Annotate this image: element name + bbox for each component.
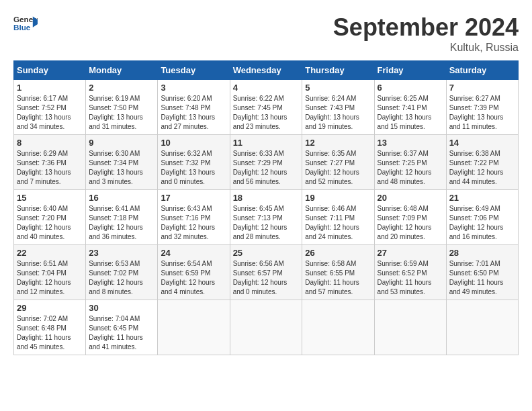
day-info: Sunrise: 6:19 AMSunset: 7:50 PMDaylight:… (89, 94, 154, 132)
calendar-cell: 23Sunrise: 6:53 AMSunset: 7:02 PMDayligh… (86, 245, 158, 300)
location-title: Kultuk, Russia (333, 42, 519, 54)
day-number: 5 (305, 83, 371, 93)
day-info: Sunrise: 6:41 AMSunset: 7:18 PMDaylight:… (89, 204, 154, 242)
calendar-cell: 26Sunrise: 6:58 AMSunset: 6:55 PMDayligh… (302, 245, 374, 300)
calendar-cell: 30Sunrise: 7:04 AMSunset: 6:45 PMDayligh… (86, 300, 158, 355)
day-info: Sunrise: 6:56 AMSunset: 6:57 PMDaylight:… (233, 259, 300, 297)
day-info: Sunrise: 6:29 AMSunset: 7:36 PMDaylight:… (17, 149, 83, 187)
day-info: Sunrise: 6:20 AMSunset: 7:48 PMDaylight:… (161, 94, 226, 132)
day-number: 26 (305, 248, 371, 258)
calendar-cell (230, 300, 302, 355)
day-number: 29 (17, 303, 83, 313)
day-number: 19 (305, 193, 371, 203)
calendar-cell: 22Sunrise: 6:51 AMSunset: 7:04 PMDayligh… (14, 245, 86, 300)
day-info: Sunrise: 7:04 AMSunset: 6:45 PMDaylight:… (89, 314, 154, 352)
day-number: 12 (305, 138, 371, 148)
calendar-cell (302, 300, 374, 355)
day-number: 21 (449, 193, 515, 203)
header-saturday: Saturday (446, 61, 518, 80)
calendar-cell: 14Sunrise: 6:38 AMSunset: 7:22 PMDayligh… (446, 135, 518, 190)
day-number: 22 (17, 248, 83, 258)
day-info: Sunrise: 6:33 AMSunset: 7:29 PMDaylight:… (233, 149, 300, 187)
day-number: 17 (161, 193, 226, 203)
day-info: Sunrise: 6:30 AMSunset: 7:34 PMDaylight:… (89, 149, 154, 187)
day-info: Sunrise: 6:27 AMSunset: 7:39 PMDaylight:… (449, 94, 515, 132)
calendar-cell: 4Sunrise: 6:22 AMSunset: 7:45 PMDaylight… (230, 80, 302, 135)
header-tuesday: Tuesday (158, 61, 230, 80)
calendar-cell: 3Sunrise: 6:20 AMSunset: 7:48 PMDaylight… (158, 80, 230, 135)
calendar-cell: 21Sunrise: 6:49 AMSunset: 7:06 PMDayligh… (446, 190, 518, 245)
day-info: Sunrise: 6:46 AMSunset: 7:11 PMDaylight:… (305, 204, 371, 242)
calendar-body: 1Sunrise: 6:17 AMSunset: 7:52 PMDaylight… (14, 80, 519, 355)
calendar-week-2: 8Sunrise: 6:29 AMSunset: 7:36 PMDaylight… (14, 135, 519, 190)
day-number: 25 (233, 248, 300, 258)
calendar-cell (158, 300, 230, 355)
calendar-cell: 19Sunrise: 6:46 AMSunset: 7:11 PMDayligh… (302, 190, 374, 245)
calendar-header: Sunday Monday Tuesday Wednesday Thursday… (14, 61, 519, 80)
calendar-cell: 28Sunrise: 7:01 AMSunset: 6:50 PMDayligh… (446, 245, 518, 300)
day-info: Sunrise: 6:24 AMSunset: 7:43 PMDaylight:… (305, 94, 371, 132)
day-info: Sunrise: 6:45 AMSunset: 7:13 PMDaylight:… (233, 204, 300, 242)
header-row: Sunday Monday Tuesday Wednesday Thursday… (14, 61, 519, 80)
day-info: Sunrise: 6:54 AMSunset: 6:59 PMDaylight:… (161, 259, 226, 297)
day-info: Sunrise: 6:35 AMSunset: 7:27 PMDaylight:… (305, 149, 371, 187)
header-monday: Monday (86, 61, 158, 80)
day-number: 4 (233, 83, 300, 93)
day-info: Sunrise: 6:40 AMSunset: 7:20 PMDaylight:… (17, 204, 83, 242)
day-number: 30 (89, 303, 154, 313)
calendar-cell: 15Sunrise: 6:40 AMSunset: 7:20 PMDayligh… (14, 190, 86, 245)
calendar-week-1: 1Sunrise: 6:17 AMSunset: 7:52 PMDaylight… (14, 80, 519, 135)
calendar-cell: 9Sunrise: 6:30 AMSunset: 7:34 PMDaylight… (86, 135, 158, 190)
header-friday: Friday (374, 61, 446, 80)
day-info: Sunrise: 6:38 AMSunset: 7:22 PMDaylight:… (449, 149, 515, 187)
calendar-cell: 7Sunrise: 6:27 AMSunset: 7:39 PMDaylight… (446, 80, 518, 135)
day-info: Sunrise: 6:17 AMSunset: 7:52 PMDaylight:… (17, 94, 83, 132)
day-number: 9 (89, 138, 154, 148)
day-number: 8 (17, 138, 83, 148)
calendar-cell: 2Sunrise: 6:19 AMSunset: 7:50 PMDaylight… (86, 80, 158, 135)
calendar-cell (446, 300, 518, 355)
day-info: Sunrise: 6:48 AMSunset: 7:09 PMDaylight:… (378, 204, 443, 242)
day-info: Sunrise: 6:37 AMSunset: 7:25 PMDaylight:… (378, 149, 443, 187)
day-number: 24 (161, 248, 226, 258)
calendar-cell: 8Sunrise: 6:29 AMSunset: 7:36 PMDaylight… (14, 135, 86, 190)
calendar-week-4: 22Sunrise: 6:51 AMSunset: 7:04 PMDayligh… (14, 245, 519, 300)
calendar-cell: 18Sunrise: 6:45 AMSunset: 7:13 PMDayligh… (230, 190, 302, 245)
header-sunday: Sunday (14, 61, 86, 80)
calendar-cell: 17Sunrise: 6:43 AMSunset: 7:16 PMDayligh… (158, 190, 230, 245)
day-info: Sunrise: 6:51 AMSunset: 7:04 PMDaylight:… (17, 259, 83, 297)
calendar-cell: 16Sunrise: 6:41 AMSunset: 7:18 PMDayligh… (86, 190, 158, 245)
calendar-cell: 24Sunrise: 6:54 AMSunset: 6:59 PMDayligh… (158, 245, 230, 300)
calendar-cell (374, 300, 446, 355)
day-number: 1 (17, 83, 83, 93)
day-number: 11 (233, 138, 300, 148)
calendar-cell: 20Sunrise: 6:48 AMSunset: 7:09 PMDayligh… (374, 190, 446, 245)
logo-icon: General Blue (13, 13, 38, 32)
calendar-cell: 1Sunrise: 6:17 AMSunset: 7:52 PMDaylight… (14, 80, 86, 135)
day-info: Sunrise: 6:25 AMSunset: 7:41 PMDaylight:… (378, 94, 443, 132)
page-header: General Blue September 2024 Kultuk, Russ… (13, 13, 519, 54)
day-info: Sunrise: 6:53 AMSunset: 7:02 PMDaylight:… (89, 259, 154, 297)
calendar-cell: 13Sunrise: 6:37 AMSunset: 7:25 PMDayligh… (374, 135, 446, 190)
day-info: Sunrise: 7:01 AMSunset: 6:50 PMDaylight:… (449, 259, 515, 297)
header-thursday: Thursday (302, 61, 374, 80)
calendar-cell: 6Sunrise: 6:25 AMSunset: 7:41 PMDaylight… (374, 80, 446, 135)
calendar-cell: 25Sunrise: 6:56 AMSunset: 6:57 PMDayligh… (230, 245, 302, 300)
day-number: 13 (378, 138, 443, 148)
day-number: 10 (161, 138, 226, 148)
day-number: 28 (449, 248, 515, 258)
day-number: 20 (378, 193, 443, 203)
title-area: September 2024 Kultuk, Russia (333, 13, 519, 54)
day-number: 15 (17, 193, 83, 203)
calendar-cell: 12Sunrise: 6:35 AMSunset: 7:27 PMDayligh… (302, 135, 374, 190)
day-info: Sunrise: 6:59 AMSunset: 6:52 PMDaylight:… (378, 259, 443, 297)
calendar-cell: 29Sunrise: 7:02 AMSunset: 6:48 PMDayligh… (14, 300, 86, 355)
day-info: Sunrise: 6:32 AMSunset: 7:32 PMDaylight:… (161, 149, 226, 187)
svg-text:Blue: Blue (13, 23, 31, 32)
day-number: 6 (378, 83, 443, 93)
month-title: September 2024 (333, 13, 519, 42)
calendar-table: Sunday Monday Tuesday Wednesday Thursday… (13, 60, 519, 355)
day-number: 2 (89, 83, 154, 93)
calendar-cell: 10Sunrise: 6:32 AMSunset: 7:32 PMDayligh… (158, 135, 230, 190)
day-number: 16 (89, 193, 154, 203)
